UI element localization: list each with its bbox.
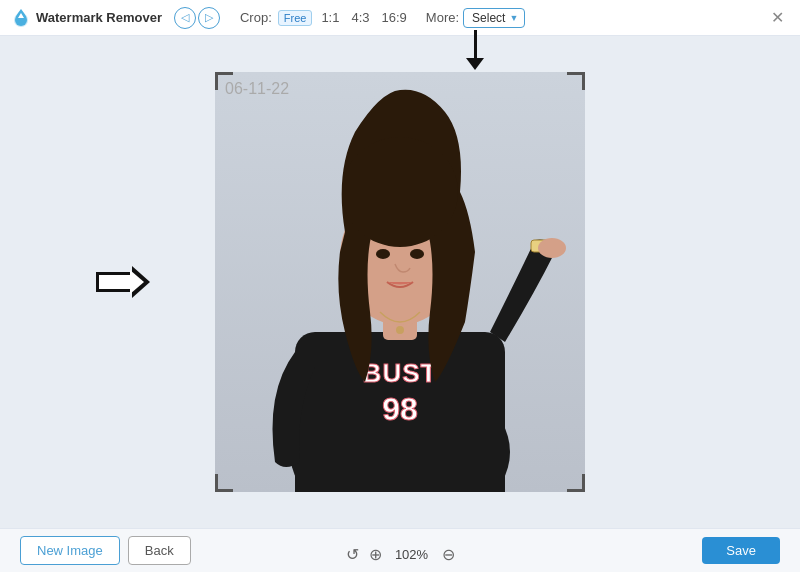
select-dropdown[interactable]: Select ▼ (463, 8, 525, 28)
save-button[interactable]: Save (702, 537, 780, 564)
crop-ratio-4-3[interactable]: 4:3 (348, 9, 372, 26)
rotate-icon: ↺ (346, 545, 359, 564)
nav-fwd-button[interactable]: ▷ (198, 7, 220, 29)
crop-label: Crop: (240, 10, 272, 25)
zoom-controls: ↺ ⊕ 102% ⊖ (346, 545, 455, 564)
nav-back-button[interactable]: ◁ (174, 7, 196, 29)
title-bar: Watermark Remover ◁ ▷ Crop: Free 1:1 4:3… (0, 0, 800, 36)
svg-point-17 (538, 238, 566, 258)
svg-text:BUST: BUST (363, 358, 438, 388)
crop-free-badge[interactable]: Free (278, 10, 313, 26)
logo-icon (10, 7, 32, 29)
bottom-left-buttons: New Image Back (20, 536, 191, 565)
bottom-toolbar: New Image Back ↺ ⊕ 102% ⊖ Save (0, 528, 800, 572)
svg-point-14 (410, 249, 424, 259)
crop-section: Crop: Free 1:1 4:3 16:9 (240, 9, 410, 26)
back-button[interactable]: Back (128, 536, 191, 565)
svg-point-12 (342, 137, 458, 247)
nav-back-icon: ◁ (181, 11, 189, 24)
dropdown-arrow-icon: ▼ (509, 13, 518, 23)
app-logo: Watermark Remover (10, 7, 162, 29)
svg-point-15 (396, 326, 404, 334)
svg-point-13 (376, 249, 390, 259)
image-canvas: BUST BUST 98 BUST 98 (215, 72, 585, 492)
nav-buttons: ◁ ▷ (174, 7, 220, 29)
crop-ratio-16-9[interactable]: 16:9 (379, 9, 410, 26)
rotate-button[interactable]: ↺ (346, 545, 359, 564)
app-title: Watermark Remover (36, 10, 162, 25)
select-label: Select (472, 11, 505, 25)
bottom-right-buttons: Save (702, 537, 780, 564)
close-button[interactable]: ✕ (765, 6, 790, 29)
more-label: More: (426, 10, 459, 25)
more-section: More: Select ▼ (426, 8, 526, 28)
zoom-in-icon: ⊕ (369, 545, 382, 564)
crop-ratio-1-1[interactable]: 1:1 (318, 9, 342, 26)
svg-text:98: 98 (382, 391, 418, 427)
person-illustration: BUST BUST 98 BUST 98 (215, 72, 585, 492)
zoom-level: 102% (392, 547, 432, 562)
zoom-out-button[interactable]: ⊖ (442, 545, 455, 564)
zoom-in-button[interactable]: ⊕ (369, 545, 382, 564)
date-stamp: 06-11-22 (225, 80, 289, 98)
new-image-button[interactable]: New Image (20, 536, 120, 565)
photo-container: BUST BUST 98 BUST 98 (215, 72, 585, 492)
main-area: BUST BUST 98 BUST 98 (0, 36, 800, 528)
zoom-out-icon: ⊖ (442, 545, 455, 564)
nav-fwd-icon: ▷ (205, 11, 213, 24)
arrow-right-annotation (96, 266, 150, 298)
